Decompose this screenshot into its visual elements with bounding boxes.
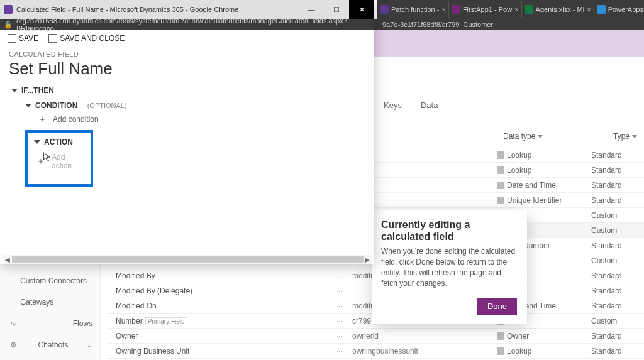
maximize-button[interactable]: ☐	[324, 0, 349, 19]
caret-down-icon	[34, 140, 40, 144]
browser-tabstrip: Patch function - × FirstApp1 - Pow× Agen…	[377, 0, 644, 19]
save-close-button[interactable]: SAVE AND CLOSE	[48, 34, 125, 43]
close-icon[interactable]: ×	[514, 6, 518, 13]
add-condition-button[interactable]: ＋ Add condition	[38, 115, 365, 124]
browser-tab[interactable]: Agents.xlsx - Mi×	[522, 1, 594, 18]
col-type[interactable]: Type	[613, 132, 637, 141]
add-action-label: Add action	[52, 153, 84, 170]
editing-callout: Currently editing a calculated field Whe…	[372, 210, 527, 324]
minimize-button[interactable]: —	[299, 0, 324, 19]
plus-icon: ＋	[36, 157, 45, 166]
browser-tab[interactable]: FirstApp1 - Pow×	[449, 1, 522, 18]
side-label: Custom Connectors	[20, 276, 87, 285]
ifthen-section: IF...THEN CONDITION (OPTIONAL) ＋ Add con…	[11, 86, 365, 187]
side-label: Chatbots	[38, 341, 68, 349]
entity-sub-tabs: Keys Data	[384, 101, 438, 110]
bg-url-text: 9a7e-3c1f71f68df8/cr799_Customer	[382, 21, 493, 28]
scroll-right-button[interactable]: ▶	[363, 255, 372, 264]
lock-icon: 🔒	[4, 21, 13, 29]
tab-icon	[525, 5, 533, 14]
tab-icon	[597, 5, 606, 14]
chevron-down-icon: ⌄	[86, 341, 92, 349]
caret-down-icon	[11, 89, 18, 92]
window-titlebar[interactable]: Calculated Field - Full Name - Microsoft…	[0, 0, 374, 19]
action-label: ACTION	[44, 138, 73, 146]
tab-label: FirstApp1 - Pow	[463, 6, 512, 13]
save-close-icon	[48, 34, 57, 43]
add-action-button[interactable]: ＋ Add action	[36, 153, 84, 170]
condition-section: CONDITION (OPTIONAL) ＋ Add condition	[25, 101, 365, 124]
plus-icon: ＋	[38, 115, 47, 124]
flow-icon: ∿	[10, 319, 18, 328]
action-header[interactable]: ACTION	[34, 138, 84, 146]
close-button[interactable]: ✕	[349, 0, 374, 19]
scroll-track[interactable]	[12, 256, 363, 263]
ifthen-label: IF...THEN	[21, 86, 54, 95]
browser-tab[interactable]: PowerApps Tut×	[594, 1, 644, 18]
command-bar: SAVE SAVE AND CLOSE	[0, 30, 374, 46]
tab-icon	[452, 5, 460, 14]
window-title: Calculated Field - Full Name - Microsoft…	[16, 6, 238, 13]
save-button[interactable]: SAVE	[8, 34, 38, 43]
chatbot-icon: ⚙	[10, 341, 18, 349]
tab-keys[interactable]: Keys	[384, 101, 402, 110]
callout-body: When you're done editing the calculated …	[381, 246, 517, 288]
ifthen-header[interactable]: IF...THEN	[11, 86, 365, 95]
browser-tab[interactable]: Patch function - ×	[377, 1, 449, 18]
breadcrumb: CALCULATED FIELD	[9, 50, 365, 58]
horizontal-scrollbar[interactable]: ◀ ▶	[3, 255, 372, 264]
optional-label: (OPTIONAL)	[87, 102, 127, 109]
page-title: Set Full Name	[9, 59, 365, 79]
condition-label: CONDITION	[35, 101, 77, 110]
col-datatype[interactable]: Data type	[503, 132, 543, 141]
calculated-field-window: Calculated Field - Full Name - Microsoft…	[0, 0, 374, 264]
tab-label: Agents.xlsx - Mi	[536, 6, 585, 13]
close-icon[interactable]: ×	[441, 6, 445, 13]
saveclose-label: SAVE AND CLOSE	[60, 34, 125, 43]
save-icon	[8, 34, 16, 43]
popup-urlbar[interactable]: 🔒 org2b2d1688.crm.dynamics.com/tools/sys…	[0, 19, 374, 30]
tab-icon	[380, 5, 389, 14]
sidebar-item-chatbots[interactable]: ⚙Chatbots⌄	[0, 334, 100, 356]
sidebar-item-flows[interactable]: ∿Flows	[0, 313, 100, 334]
side-label: Gateways	[20, 298, 53, 307]
done-button[interactable]: Done	[477, 298, 517, 315]
action-section: ACTION ＋ Add action	[25, 130, 93, 187]
sidebar-item-connectors[interactable]: Custom Connectors	[0, 270, 100, 292]
editor-body: CALCULATED FIELD Set Full Name IF...THEN…	[0, 46, 374, 264]
table-row[interactable]: Owning Business Unit···owningbusinessuni…	[107, 344, 644, 359]
callout-title: Currently editing a calculated field	[381, 219, 517, 243]
tab-label: Patch function -	[391, 6, 439, 13]
table-row[interactable]: Owner···owneridOwnerStandard	[107, 329, 644, 344]
tab-data[interactable]: Data	[421, 101, 438, 110]
add-condition-label: Add condition	[53, 115, 99, 124]
scroll-left-button[interactable]: ◀	[3, 255, 12, 264]
close-icon[interactable]: ×	[587, 6, 591, 13]
sidebar-item-gateways[interactable]: Gateways	[0, 292, 100, 313]
save-label: SAVE	[19, 34, 38, 43]
condition-header[interactable]: CONDITION (OPTIONAL)	[25, 101, 365, 110]
caret-down-icon	[25, 104, 31, 107]
tab-label: PowerApps Tut	[608, 6, 644, 13]
dynamics-icon	[4, 5, 13, 14]
sidebar-item-aibuilder[interactable]: ▣AI Builder⌄	[0, 356, 100, 360]
scroll-thumb[interactable]	[12, 256, 364, 263]
side-label: Flows	[73, 319, 92, 328]
